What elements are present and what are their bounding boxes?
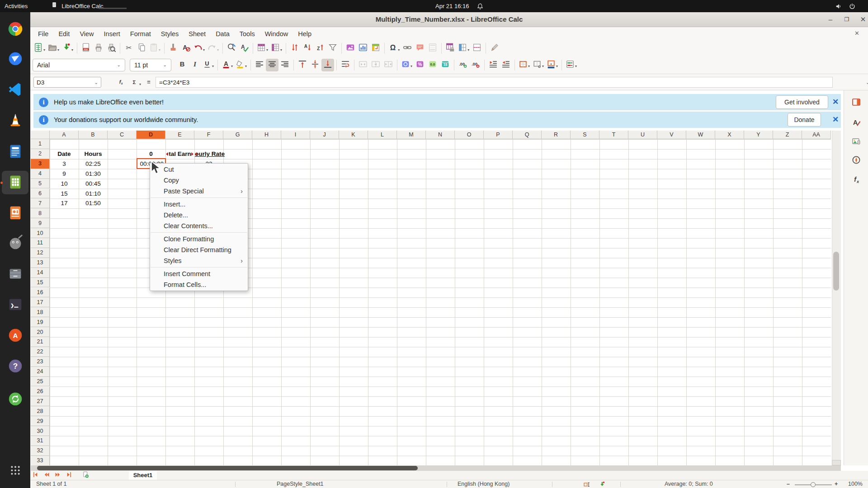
align-top-button[interactable] [296, 59, 309, 71]
dock-item-vscode[interactable] [4, 79, 26, 101]
font-name-combo[interactable]: Arial⌄ [33, 59, 125, 71]
column-header-D[interactable]: D [137, 131, 165, 139]
open-file-button[interactable]: ▾ [47, 42, 61, 55]
row-header-13[interactable]: 13 [31, 258, 50, 268]
row-header-7[interactable]: 7 [31, 198, 50, 208]
chevron-down-icon[interactable]: ▾ [528, 64, 530, 68]
row-header-26[interactable]: 26 [31, 387, 50, 397]
menu-edit[interactable]: Edit [53, 27, 75, 41]
column-header-J[interactable]: J [310, 131, 339, 139]
align-left-button[interactable] [253, 59, 266, 71]
sidebar-tab-navigator[interactable] [850, 155, 863, 167]
row-header-15[interactable]: 15 [31, 278, 50, 288]
dock-item-terminal[interactable]: ❯ [4, 294, 26, 316]
row-header-27[interactable]: 27 [31, 396, 50, 406]
print-preview-button[interactable] [105, 42, 118, 55]
row-header-20[interactable]: 20 [31, 327, 50, 337]
column-header-Q[interactable]: Q [513, 131, 542, 139]
increase-indent-button[interactable] [487, 59, 500, 71]
minimize-button[interactable]: – [825, 14, 836, 25]
sort-ascending-button[interactable]: A [301, 42, 314, 55]
zoom-in-button[interactable]: + [835, 481, 838, 487]
function-wizard-button[interactable]: fx [117, 77, 125, 88]
row-header-8[interactable]: 8 [31, 208, 50, 218]
cell-F2[interactable]: ourly Rate [195, 149, 234, 159]
formula-input[interactable]: =C3*24*E3 [156, 77, 833, 88]
chevron-down-icon[interactable]: ▾ [71, 48, 73, 52]
chevron-down-icon[interactable]: ▾ [57, 48, 59, 52]
spelling-button[interactable]: A [238, 42, 250, 55]
menu-tools[interactable]: Tools [235, 27, 260, 41]
chevron-down-icon[interactable]: ▾ [139, 77, 141, 88]
cell-B2[interactable]: Hours [79, 149, 107, 159]
restore-button[interactable]: ❐ [841, 14, 853, 25]
clear-formatting-button[interactable]: A [179, 42, 192, 55]
autofilter-button[interactable] [326, 42, 339, 55]
menu-help[interactable]: Help [293, 27, 316, 41]
chevron-down-icon[interactable]: ▾ [398, 48, 400, 52]
context-menu-item-clone-formatting[interactable]: Clone Formatting [150, 234, 248, 244]
row-header-31[interactable]: 31 [31, 436, 50, 446]
column-header-T[interactable]: T [599, 131, 628, 139]
row-header-24[interactable]: 24 [31, 367, 50, 377]
highlight-color-button[interactable]: ▾ [234, 59, 248, 71]
row-header-22[interactable]: 22 [31, 347, 50, 357]
undo-button[interactable]: ▾ [192, 42, 206, 55]
equals-button[interactable]: = [145, 77, 153, 88]
dock-item-software-updater[interactable] [4, 389, 26, 411]
column-header-B[interactable]: B [79, 131, 108, 139]
cell-A4[interactable]: 9 [50, 169, 78, 179]
cell-A7[interactable]: 17 [50, 198, 78, 208]
chevron-down-icon[interactable]: ▾ [575, 64, 577, 68]
row-header-14[interactable]: 14 [31, 268, 50, 278]
cell-B5[interactable]: 00:45 [79, 179, 107, 189]
insert-columns-button[interactable]: ▾ [269, 42, 283, 55]
row-header-30[interactable]: 30 [31, 426, 50, 436]
dock-item-libreoffice-calc[interactable] [4, 172, 26, 194]
close-icon[interactable]: ✕ [831, 98, 840, 107]
cell-B6[interactable]: 01:10 [79, 189, 107, 199]
format-number-button[interactable]: 0.0 [426, 59, 439, 71]
expand-formula-bar-button[interactable]: ⌄ [866, 77, 868, 88]
row-header-33[interactable]: 33 [31, 456, 50, 466]
print-area-button[interactable] [444, 42, 457, 55]
cell-D2[interactable]: 0 [137, 149, 165, 159]
row-header-11[interactable]: 11 [31, 238, 50, 248]
row-header-21[interactable]: 21 [31, 337, 50, 347]
dock-item-vlc[interactable] [4, 110, 26, 132]
column-header-Y[interactable]: Y [744, 131, 773, 139]
next-sheet-button[interactable] [52, 471, 63, 480]
dock-item-files[interactable] [4, 263, 26, 286]
selection-mode-icon[interactable] [583, 480, 591, 488]
column-header-L[interactable]: L [368, 131, 397, 139]
dock-item-thunderbird[interactable] [4, 48, 26, 70]
previous-sheet-button[interactable] [41, 471, 52, 480]
column-header-E[interactable]: E [165, 131, 194, 139]
context-menu-item-copy[interactable]: Copy [150, 175, 248, 186]
column-header-Z[interactable]: Z [773, 131, 802, 139]
add-sheet-button[interactable] [80, 471, 91, 480]
zoom-out-button[interactable]: – [787, 481, 790, 487]
row-header-5[interactable]: 5 [31, 179, 50, 189]
column-header-S[interactable]: S [571, 131, 599, 139]
context-menu-item-clear-direct-formatting[interactable]: Clear Direct Formatting [150, 244, 248, 255]
context-menu-item-clear-contents[interactable]: Clear Contents... [150, 221, 248, 231]
column-header-AA[interactable]: AA [802, 131, 831, 139]
row-header-3[interactable]: 3 [31, 159, 50, 169]
page-style-label[interactable]: PageStyle_Sheet1 [277, 481, 324, 487]
column-header-M[interactable]: M [397, 131, 426, 139]
dock-item-chrome[interactable] [4, 19, 26, 41]
center-vertically-button[interactable] [309, 59, 321, 71]
chevron-down-icon[interactable]: ▾ [410, 64, 412, 68]
freeze-panes-button[interactable]: ▾ [457, 42, 471, 55]
activities-button[interactable]: Activities [0, 0, 32, 12]
dock-item-ubuntu-software[interactable]: A [4, 325, 26, 347]
row-header-32[interactable]: 32 [31, 446, 50, 456]
chevron-down-icon[interactable]: ▾ [266, 48, 268, 52]
insert-rows-button[interactable]: ▾ [255, 42, 269, 55]
pivot-table-button[interactable] [369, 42, 382, 55]
language-label[interactable]: English (Hong Kong) [458, 481, 509, 487]
column-header-H[interactable]: H [252, 131, 281, 139]
column-header-U[interactable]: U [628, 131, 657, 139]
context-menu-item-paste-special[interactable]: Paste Special› [150, 186, 248, 197]
